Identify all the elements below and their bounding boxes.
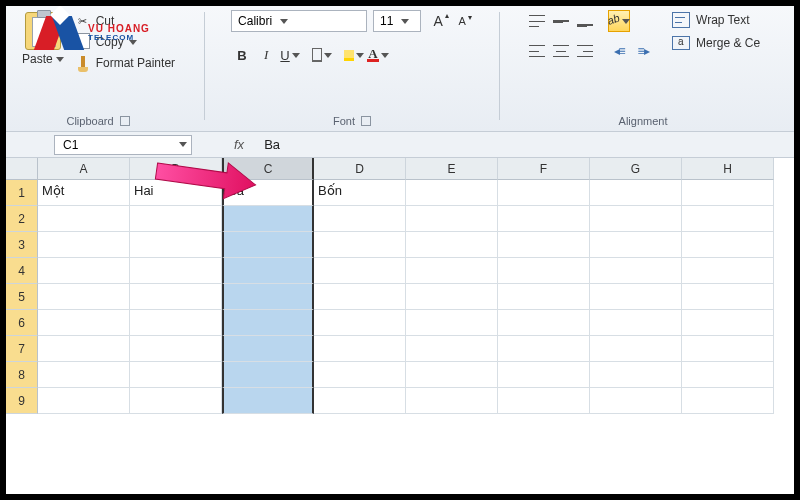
cell[interactable] <box>498 232 590 258</box>
cell[interactable] <box>590 362 682 388</box>
row-header-9[interactable]: 9 <box>6 388 38 414</box>
col-header-e[interactable]: E <box>406 158 498 180</box>
col-header-d[interactable]: D <box>314 158 406 180</box>
cell[interactable] <box>682 388 774 414</box>
bold-button[interactable]: B <box>231 44 253 66</box>
font-size-select[interactable]: 11 <box>373 10 421 32</box>
cell[interactable] <box>406 310 498 336</box>
cell[interactable] <box>314 284 406 310</box>
align-top-button[interactable] <box>526 10 548 32</box>
cell[interactable] <box>590 310 682 336</box>
cell[interactable] <box>314 206 406 232</box>
cell-e1[interactable] <box>406 180 498 206</box>
cell-a1[interactable]: Một <box>38 180 130 206</box>
cell[interactable] <box>682 284 774 310</box>
align-right-button[interactable] <box>574 40 596 62</box>
font-name-select[interactable]: Calibri <box>231 10 367 32</box>
cell-f1[interactable] <box>498 180 590 206</box>
cell[interactable] <box>498 206 590 232</box>
align-left-button[interactable] <box>526 40 548 62</box>
cell[interactable] <box>130 336 222 362</box>
cell[interactable] <box>222 232 314 258</box>
cell[interactable] <box>498 258 590 284</box>
row-header-2[interactable]: 2 <box>6 206 38 232</box>
cell[interactable] <box>130 232 222 258</box>
cell[interactable] <box>590 232 682 258</box>
cell[interactable] <box>130 362 222 388</box>
cell[interactable] <box>222 310 314 336</box>
cell[interactable] <box>406 388 498 414</box>
row-header-3[interactable]: 3 <box>6 232 38 258</box>
cell[interactable] <box>406 362 498 388</box>
row-header-4[interactable]: 4 <box>6 258 38 284</box>
border-button[interactable] <box>311 44 333 66</box>
cell[interactable] <box>590 258 682 284</box>
cell[interactable] <box>590 284 682 310</box>
cell[interactable] <box>406 258 498 284</box>
increase-indent-button[interactable]: ≡▸ <box>632 40 654 62</box>
cell[interactable] <box>222 258 314 284</box>
align-center-button[interactable] <box>550 40 572 62</box>
cell[interactable] <box>498 362 590 388</box>
cell[interactable] <box>682 206 774 232</box>
cell[interactable] <box>314 232 406 258</box>
underline-button[interactable]: U <box>279 44 301 66</box>
cell[interactable] <box>406 206 498 232</box>
cell[interactable] <box>130 258 222 284</box>
cell[interactable] <box>682 362 774 388</box>
name-box[interactable]: C1 <box>54 135 192 155</box>
cell[interactable] <box>498 310 590 336</box>
cell[interactable] <box>130 388 222 414</box>
cell-g1[interactable] <box>590 180 682 206</box>
cell[interactable] <box>314 258 406 284</box>
cell[interactable] <box>498 284 590 310</box>
cell[interactable] <box>682 232 774 258</box>
align-middle-button[interactable] <box>550 10 572 32</box>
row-header-6[interactable]: 6 <box>6 310 38 336</box>
cell[interactable] <box>682 258 774 284</box>
cell[interactable] <box>38 388 130 414</box>
col-header-h[interactable]: H <box>682 158 774 180</box>
formula-value[interactable]: Ba <box>264 137 280 152</box>
cell[interactable] <box>682 310 774 336</box>
row-header-5[interactable]: 5 <box>6 284 38 310</box>
merge-center-button[interactable]: Merge & Ce <box>672 36 760 50</box>
select-all-corner[interactable] <box>6 158 38 180</box>
cell[interactable] <box>38 206 130 232</box>
row-header-1[interactable]: 1 <box>6 180 38 206</box>
cell[interactable] <box>222 336 314 362</box>
cell[interactable] <box>590 206 682 232</box>
align-bottom-button[interactable] <box>574 10 596 32</box>
dialog-launcher-icon[interactable] <box>120 116 130 126</box>
cell-h1[interactable] <box>682 180 774 206</box>
font-color-button[interactable]: A <box>367 44 389 66</box>
cell[interactable] <box>222 388 314 414</box>
cell[interactable] <box>682 336 774 362</box>
cell[interactable] <box>38 284 130 310</box>
orientation-button[interactable]: ab <box>608 10 630 32</box>
cell[interactable] <box>130 284 222 310</box>
format-painter-button[interactable]: Format Painter <box>72 54 178 72</box>
row-header-8[interactable]: 8 <box>6 362 38 388</box>
wrap-text-button[interactable]: Wrap Text <box>672 12 760 28</box>
cell[interactable] <box>590 388 682 414</box>
cell[interactable] <box>590 336 682 362</box>
cell[interactable] <box>406 336 498 362</box>
fill-color-button[interactable] <box>343 44 365 66</box>
grow-font-button[interactable]: A▴ <box>427 10 449 32</box>
row-header-7[interactable]: 7 <box>6 336 38 362</box>
col-header-g[interactable]: G <box>590 158 682 180</box>
cell[interactable] <box>498 388 590 414</box>
cell[interactable] <box>406 232 498 258</box>
cell[interactable] <box>314 310 406 336</box>
cell[interactable] <box>222 362 314 388</box>
cell[interactable] <box>38 336 130 362</box>
decrease-indent-button[interactable]: ◂≡ <box>608 40 630 62</box>
fx-icon[interactable]: fx <box>234 137 244 152</box>
col-header-a[interactable]: A <box>38 158 130 180</box>
cell[interactable] <box>314 336 406 362</box>
cell[interactable] <box>314 388 406 414</box>
cell[interactable] <box>38 362 130 388</box>
cell-d1[interactable]: Bốn <box>314 180 406 206</box>
cell[interactable] <box>498 336 590 362</box>
